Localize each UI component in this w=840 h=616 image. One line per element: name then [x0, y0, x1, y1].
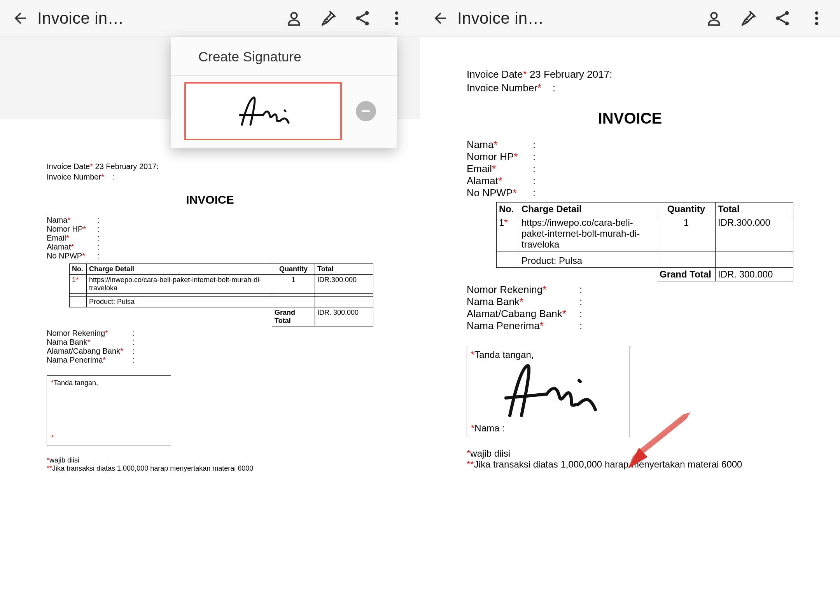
charges-table-wrap: No. Charge Detail Quantity Total 1* http…: [69, 264, 373, 326]
arrow-left-icon: [432, 10, 449, 27]
table-row: [497, 251, 793, 254]
sig-top-label: Tanda tangan,: [54, 379, 98, 387]
overflow-button[interactable]: [380, 0, 414, 37]
field-nomor-hp: Nomor HP: [47, 225, 83, 233]
col-no: No.: [497, 202, 519, 216]
document-viewport[interactable]: Invoice Date* 23 February 2017: Invoice …: [420, 37, 840, 616]
invoice-date-value: 23 February 2017:: [95, 162, 159, 171]
right-screenshot: Invoice in… Invoice Date* 23 February 20…: [420, 0, 840, 616]
invoice-document: Invoice Date* 23 February 2017: Invoice …: [467, 68, 793, 470]
table-row: [70, 294, 373, 297]
bank-cabang: Alamat/Cabang Bank: [467, 308, 562, 319]
page-title: Invoice in…: [37, 9, 124, 28]
bank-nama: Nama Bank: [47, 338, 88, 346]
signature-field[interactable]: *Tanda tangan, *Nama :: [467, 346, 630, 437]
person-button[interactable]: [277, 0, 311, 37]
svg-point-8: [785, 11, 789, 15]
table-row: Grand TotalIDR. 300.000: [497, 268, 793, 281]
bank-nama: Nama Bank: [467, 296, 520, 307]
table-row: Product: Pulsa: [70, 297, 373, 307]
signature-field[interactable]: *Tanda tangan, *: [47, 375, 171, 445]
pen-nib-icon: [739, 9, 757, 27]
bank-cabang: Alamat/Cabang Bank: [47, 347, 120, 355]
field-npwp: No NPWP: [47, 251, 82, 260]
sig-bottom-label: Nama :: [474, 423, 504, 433]
field-email: Email: [467, 163, 492, 175]
field-nomor-hp: Nomor HP: [467, 151, 514, 162]
remove-signature-button[interactable]: [356, 101, 376, 121]
svg-point-13: [815, 22, 818, 25]
document-viewport[interactable]: Invoice Date* 23 February 2017: Invoice …: [0, 119, 420, 616]
pen-nib-icon: [319, 9, 337, 27]
charges-table: No. Charge Detail Quantity Total 1* http…: [496, 202, 793, 281]
col-qty: Quantity: [657, 202, 716, 216]
svg-point-0: [326, 18, 328, 20]
charges-table: No. Charge Detail Quantity Total 1* http…: [69, 264, 373, 326]
invoice-date-value: 23 February 2017:: [530, 68, 612, 80]
col-no: No.: [70, 264, 87, 275]
signature-slot[interactable]: [184, 82, 342, 140]
invoice-heading: INVOICE: [467, 110, 793, 127]
signature-glyph-icon: [226, 88, 300, 134]
svg-point-1: [365, 11, 369, 15]
invoice-date-label: Invoice Date: [47, 162, 90, 171]
bank-rekening: Nomor Rekening: [47, 329, 105, 337]
invoice-date-label: Invoice Date: [467, 68, 523, 80]
share-button[interactable]: [765, 0, 800, 37]
annotation-arrow-icon: [628, 410, 694, 469]
table-row: 1* https://inwepo.co/cara-beli-paket-int…: [497, 216, 793, 251]
more-vertical-icon: [808, 9, 826, 27]
share-button[interactable]: [345, 0, 380, 37]
svg-point-5: [395, 17, 398, 20]
bank-rekening: Nomor Rekening: [467, 284, 542, 295]
bank-penerima: Nama Penerima: [47, 356, 103, 364]
back-button[interactable]: [426, 10, 454, 27]
field-email: Email: [47, 234, 66, 242]
svg-point-10: [785, 21, 789, 25]
left-screenshot: Invoice in… Create Signature: [0, 0, 420, 616]
share-icon: [354, 9, 371, 27]
bank-penerima: Nama Penerima: [467, 320, 540, 332]
svg-point-9: [776, 16, 780, 20]
invoice-heading: INVOICE: [47, 193, 373, 206]
person-icon: [285, 9, 303, 27]
charges-table-wrap: No. Charge Detail Quantity Total 1* http…: [496, 202, 793, 281]
share-icon: [774, 9, 791, 27]
create-signature-popover: Create Signature: [171, 37, 397, 148]
table-row: Grand TotalIDR. 300.000: [70, 307, 373, 326]
popover-title: Create Signature: [171, 37, 397, 76]
svg-point-12: [815, 17, 818, 20]
col-total: Total: [315, 264, 373, 275]
col-qty: Quantity: [272, 264, 315, 275]
invoice-document: Invoice Date* 23 February 2017: Invoice …: [47, 162, 373, 473]
signature-glyph-icon: [488, 357, 605, 423]
col-detail: Charge Detail: [87, 264, 272, 275]
person-button[interactable]: [697, 0, 731, 37]
overflow-button[interactable]: [800, 0, 834, 37]
appbar: Invoice in…: [420, 0, 840, 37]
svg-point-7: [746, 18, 748, 20]
footnotes: *wajib diisi **Jika transaksi diatas 1,0…: [47, 456, 373, 473]
appbar: Invoice in…: [0, 0, 420, 37]
svg-point-11: [815, 11, 818, 14]
field-nama: Nama: [47, 216, 67, 224]
person-icon: [705, 9, 723, 27]
svg-point-6: [395, 22, 398, 25]
field-npwp: No NPWP: [467, 187, 513, 199]
page-title: Invoice in…: [457, 9, 544, 28]
col-total: Total: [716, 202, 793, 216]
field-alamat: Alamat: [467, 175, 498, 187]
svg-point-3: [365, 21, 369, 25]
svg-point-2: [356, 16, 360, 20]
arrow-left-icon: [12, 10, 29, 27]
pen-button[interactable]: [311, 0, 345, 37]
pen-button[interactable]: [731, 0, 765, 37]
table-row: 1* https://inwepo.co/cara-beli-paket-int…: [70, 275, 373, 294]
col-detail: Charge Detail: [519, 202, 657, 216]
field-alamat: Alamat: [47, 243, 71, 251]
table-row: Product: Pulsa: [497, 254, 793, 268]
back-button[interactable]: [6, 10, 34, 27]
invoice-number-label: Invoice Number: [467, 82, 537, 94]
field-nama: Nama: [467, 139, 494, 150]
invoice-number-label: Invoice Number: [47, 173, 101, 181]
